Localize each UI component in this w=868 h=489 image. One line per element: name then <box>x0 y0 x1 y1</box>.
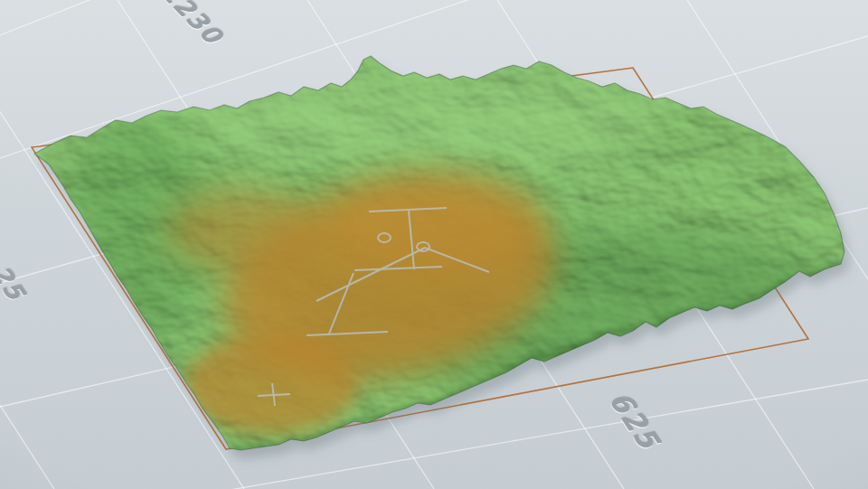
3d-viewport[interactable]: 1230 25 625 <box>0 0 868 489</box>
scene-canvas <box>0 0 868 489</box>
